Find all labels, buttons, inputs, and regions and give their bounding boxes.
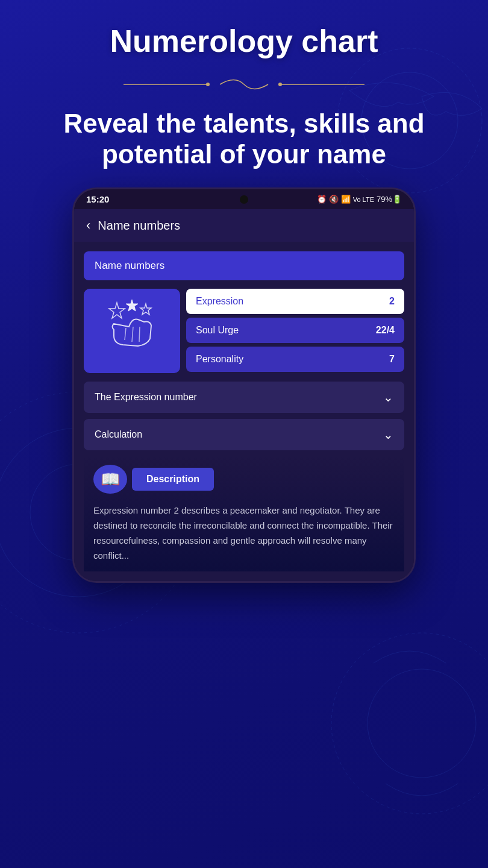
app-header: ‹ Name numbers [74,209,414,242]
svg-marker-13 [140,304,151,315]
svg-point-5 [331,633,488,814]
calculation-accordion-label: Calculation [95,429,142,440]
numbers-icon-box [84,289,180,373]
wifi-icon: 📶 [341,195,351,204]
page-subtitle: Reveal the talents, skills and potential… [0,108,488,169]
numbers-grid: Expression 2 Soul Urge 22/4 Personality … [84,289,404,373]
mute-icon: 🔇 [329,195,339,204]
status-time: 15:20 [86,194,109,204]
soul-urge-value: 22/4 [376,325,395,336]
name-numbers-tab[interactable]: Name numbers [84,251,404,280]
status-icons: ⏰ 🔇 📶 Vo LTE 79%🔋 [317,195,402,204]
description-tab-button[interactable]: Description [132,468,214,491]
svg-line-16 [139,327,140,342]
hand-stars-icon [102,297,162,365]
expression-row[interactable]: Expression 2 [186,289,404,314]
page-header: Numerology chart [0,0,488,64]
phone-container: 15:20 ⏰ 🔇 📶 Vo LTE 79%🔋 ‹ Name numbers [0,187,488,583]
svg-point-8 [206,83,210,86]
book-icon: 📖 [101,470,120,489]
chevron-down-icon-2: ⌄ [383,427,393,442]
svg-point-6 [368,669,476,778]
chevron-down-icon: ⌄ [383,390,393,404]
back-button[interactable]: ‹ [86,218,90,233]
svg-marker-11 [109,303,125,318]
personality-label: Personality [196,354,243,365]
svg-line-14 [125,328,126,340]
soul-urge-label: Soul Urge [196,325,239,336]
description-icon-button[interactable]: 📖 [93,465,127,494]
expression-value: 2 [389,296,395,307]
page-wrapper: Numerology chart Reveal the talents, ski… [0,0,488,868]
app-content: Name numbers [74,242,414,581]
camera-notch [240,195,248,204]
status-bar: 15:20 ⏰ 🔇 📶 Vo LTE 79%🔋 [74,189,414,209]
description-text: Expression number 2 describes a peacemak… [93,503,395,563]
page-title: Numerology chart [18,24,470,58]
alarm-icon: ⏰ [317,195,327,204]
name-numbers-tab-label: Name numbers [95,260,164,271]
svg-line-15 [132,327,133,342]
personality-row[interactable]: Personality 7 [186,347,404,372]
expression-label: Expression [196,296,243,307]
numbers-list: Expression 2 Soul Urge 22/4 Personality … [186,289,404,373]
svg-marker-12 [126,300,138,311]
expression-number-accordion[interactable]: The Expression number ⌄ [84,382,404,413]
description-tabs: 📖 Description [93,465,395,494]
personality-value: 7 [389,354,395,365]
signal-icon: Vo LTE [353,196,374,203]
description-section: 📖 Description Expression number 2 descri… [84,456,404,571]
divider-ornament [0,75,488,98]
description-tab-label: Description [146,474,199,484]
expression-number-accordion-label: The Expression number [95,392,197,403]
app-header-title: Name numbers [98,219,180,233]
phone-mockup: 15:20 ⏰ 🔇 📶 Vo LTE 79%🔋 ‹ Name numbers [72,187,416,583]
battery-status: 79%🔋 [377,195,402,204]
calculation-accordion[interactable]: Calculation ⌄ [84,419,404,450]
soul-urge-row[interactable]: Soul Urge 22/4 [186,318,404,343]
